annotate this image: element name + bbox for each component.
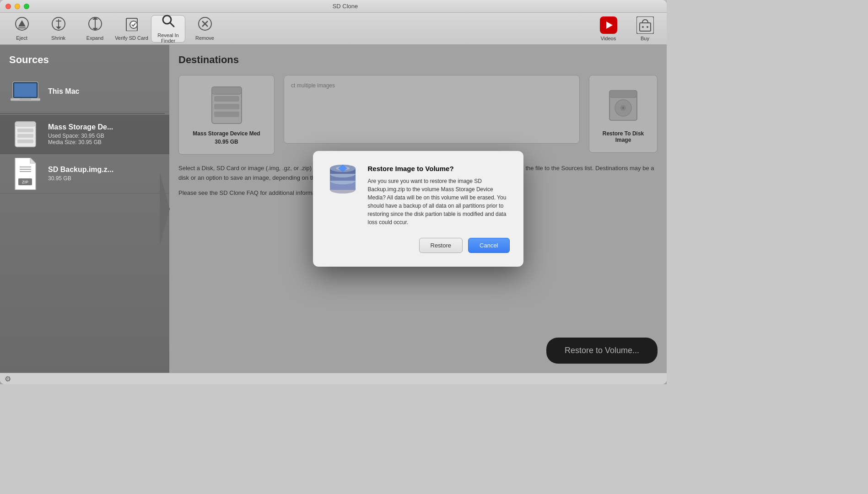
window-controls bbox=[5, 4, 29, 9]
restore-modal: Restore Image to Volume? Are you sure yo… bbox=[313, 151, 523, 267]
shrink-icon bbox=[51, 16, 66, 33]
modal-disk-icon bbox=[327, 165, 359, 197]
sd-backup-info: SD Backup.img.z... 30.95 GB bbox=[48, 166, 160, 182]
eject-button[interactable]: Eject bbox=[5, 15, 39, 43]
buy-label: Buy bbox=[641, 36, 649, 41]
mass-storage-media: Media Size: 30.95 GB bbox=[48, 139, 160, 145]
svg-text:ZIP: ZIP bbox=[22, 180, 28, 184]
svg-line-14 bbox=[170, 23, 174, 27]
modal-overlay: Restore Image to Volume? Are you sure yo… bbox=[169, 45, 667, 373]
reveal-in-finder-icon bbox=[161, 14, 176, 31]
modal-buttons: Restore Cancel bbox=[327, 238, 510, 253]
reveal-in-finder-label: Reveal In Finder bbox=[151, 32, 185, 43]
eject-label: Eject bbox=[16, 35, 27, 41]
remove-button[interactable]: Remove bbox=[188, 15, 222, 43]
mass-storage-name: Mass Storage De... bbox=[48, 123, 160, 131]
sources-panel: Sources This Mac bbox=[0, 45, 169, 373]
modal-cancel-button[interactable]: Cancel bbox=[468, 238, 509, 253]
svg-rect-32 bbox=[15, 122, 36, 126]
svg-marker-34 bbox=[30, 158, 36, 163]
verify-sd-card-icon bbox=[124, 16, 139, 33]
expand-label: Expand bbox=[86, 35, 103, 41]
statusbar: ⚙ bbox=[0, 373, 667, 384]
reveal-in-finder-button[interactable]: Reveal In Finder bbox=[151, 15, 185, 43]
modal-text: Restore Image to Volume? Are you sure yo… bbox=[368, 165, 510, 226]
toolbar: Eject Shrink bbox=[0, 13, 667, 45]
buy-button[interactable]: Buy bbox=[628, 15, 662, 43]
remove-label: Remove bbox=[195, 35, 214, 41]
expand-button[interactable]: Expand bbox=[78, 15, 112, 43]
modal-title: Restore Image to Volume? bbox=[368, 165, 510, 172]
mass-storage-info: Mass Storage De... Used Space: 30.95 GB … bbox=[48, 123, 160, 145]
mass-storage-source-icon bbox=[9, 122, 41, 147]
sd-backup-name: SD Backup.img.z... bbox=[48, 166, 160, 174]
main-content: Sources This Mac bbox=[0, 45, 667, 373]
svg-rect-21 bbox=[640, 23, 651, 31]
destinations-panel: Destinations Mass Storage Device M bbox=[169, 45, 667, 373]
verify-sd-card-button[interactable]: Verify SD Card bbox=[114, 15, 149, 43]
this-mac-name: This Mac bbox=[48, 87, 160, 96]
main-window: SD Clone Eject bbox=[0, 0, 667, 384]
titlebar: SD Clone bbox=[0, 0, 667, 13]
modal-content: Restore Image to Volume? Are you sure yo… bbox=[327, 165, 510, 226]
buy-icon bbox=[636, 16, 654, 34]
youtube-icon bbox=[600, 16, 617, 34]
maximize-button[interactable] bbox=[24, 4, 29, 9]
mass-storage-used: Used Space: 30.95 GB bbox=[48, 133, 160, 139]
sd-backup-icon: ZIP bbox=[9, 161, 41, 186]
settings-gear-icon[interactable]: ⚙ bbox=[5, 375, 11, 383]
window-title: SD Clone bbox=[29, 3, 661, 10]
shrink-label: Shrink bbox=[51, 35, 65, 41]
svg-marker-1 bbox=[18, 20, 26, 27]
videos-button[interactable]: Videos bbox=[591, 15, 625, 43]
svg-rect-2 bbox=[18, 27, 26, 28]
svg-rect-30 bbox=[17, 134, 33, 138]
source-item-mass-storage[interactable]: Mass Storage De... Used Space: 30.95 GB … bbox=[0, 115, 169, 154]
this-mac-info: This Mac bbox=[48, 87, 160, 97]
svg-rect-27 bbox=[20, 98, 31, 100]
sd-backup-size: 30.95 GB bbox=[48, 175, 160, 182]
this-mac-icon bbox=[9, 80, 41, 105]
svg-rect-29 bbox=[17, 129, 33, 132]
svg-rect-31 bbox=[17, 140, 33, 143]
modal-restore-button[interactable]: Restore bbox=[419, 238, 463, 253]
svg-rect-25 bbox=[14, 83, 37, 97]
close-button[interactable] bbox=[5, 4, 11, 9]
source-item-sd-backup[interactable]: ZIP SD Backup.img.z... 30.95 GB bbox=[0, 154, 169, 193]
source-item-this-mac[interactable]: This Mac bbox=[0, 73, 169, 112]
expand-icon bbox=[88, 16, 102, 33]
videos-label: Videos bbox=[601, 36, 616, 41]
minimize-button[interactable] bbox=[15, 4, 20, 9]
svg-point-12 bbox=[130, 21, 137, 28]
remove-icon bbox=[198, 16, 212, 33]
svg-point-23 bbox=[647, 26, 648, 28]
verify-sd-card-label: Verify SD Card bbox=[115, 35, 148, 41]
sources-header: Sources bbox=[0, 45, 169, 73]
svg-point-22 bbox=[642, 26, 644, 28]
eject-icon bbox=[15, 16, 29, 33]
modal-body: Are you sure you want to restore the ima… bbox=[368, 177, 510, 226]
svg-marker-5 bbox=[56, 27, 61, 29]
shrink-button[interactable]: Shrink bbox=[41, 15, 75, 43]
